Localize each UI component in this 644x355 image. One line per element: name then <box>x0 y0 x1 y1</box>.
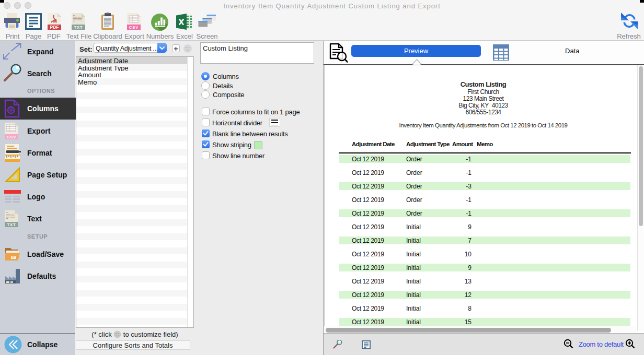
svg-text:TXT: TXT <box>7 222 16 227</box>
svg-text:PDF: PDF <box>50 25 59 30</box>
svg-text:CSV: CSV <box>7 135 16 139</box>
svg-text:CSV: CSV <box>129 25 139 30</box>
svg-text:TXT: TXT <box>74 25 83 30</box>
